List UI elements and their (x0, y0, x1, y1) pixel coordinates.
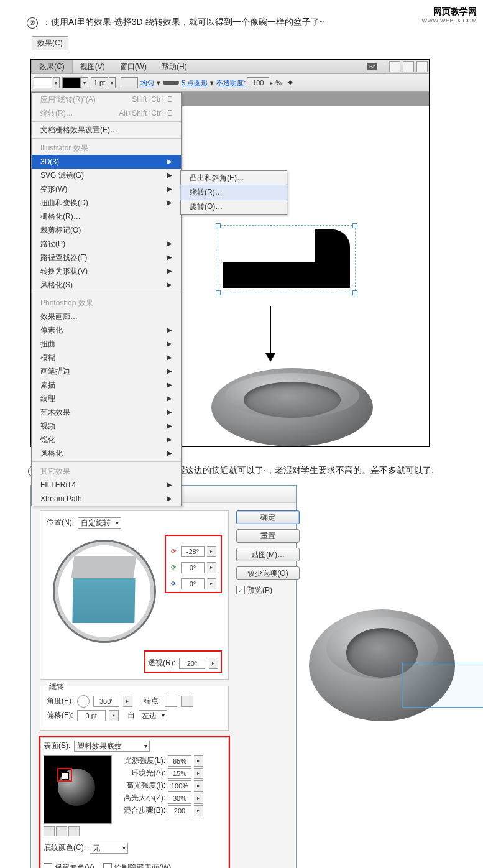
menu-texture[interactable]: 纹理▶ (32, 392, 181, 405)
menu-video[interactable]: 视频▶ (32, 419, 181, 433)
menu-crop[interactable]: 裁剪标记(O) (32, 223, 181, 237)
menu-distort-ps[interactable]: 扭曲▶ (32, 337, 181, 351)
fill-swatch[interactable] (34, 77, 52, 88)
x-step[interactable]: ▸ (207, 546, 216, 557)
toolbar-icon-1[interactable] (389, 61, 400, 72)
perspective-value[interactable]: 20° (179, 658, 205, 669)
light-preview[interactable] (44, 755, 112, 824)
menu-doc-raster[interactable]: 文档栅格效果设置(E)… (32, 123, 181, 137)
hi-value[interactable]: 100% (168, 780, 191, 792)
effect-button[interactable]: 效果(C) (32, 36, 68, 50)
uniform-link[interactable]: 均匀 (140, 78, 154, 88)
y-angle[interactable]: 0° (181, 562, 205, 573)
cap-on-icon[interactable] (165, 696, 177, 707)
watermark-en: WWW.WEBJX.COM (422, 17, 477, 24)
angle-step[interactable]: ▸ (123, 696, 132, 707)
z-step[interactable]: ▸ (207, 578, 216, 589)
angle-value[interactable]: 360° (93, 696, 119, 707)
menu-help[interactable]: 帮助(H) (154, 60, 195, 73)
bs-value[interactable]: 200 (168, 805, 191, 816)
menu-revolve[interactable]: 绕转(R)…Alt+Shift+Ctrl+E (32, 106, 181, 120)
hi-step[interactable]: ▸ (194, 780, 203, 792)
menu-warp[interactable]: 变形(W)▶ (32, 182, 181, 196)
menu-stylize-ps[interactable]: 风格化▶ (32, 446, 181, 460)
stroke-swatch[interactable] (62, 77, 81, 88)
x-angle[interactable]: -28° (181, 546, 205, 557)
draw-hidden-check[interactable]: 绘制隐藏表面(W) (103, 862, 171, 868)
menu-svg[interactable]: SVG 滤镜(G)▶ (32, 169, 181, 182)
menu-filterit[interactable]: FILTERiT4▶ (32, 478, 181, 492)
hs-step[interactable]: ▸ (194, 793, 203, 804)
brush-link[interactable]: 5 点圆形 (182, 78, 208, 88)
menu-stylize[interactable]: 风格化(S)▶ (32, 278, 181, 292)
light-back-icon[interactable] (44, 826, 55, 836)
menu-view[interactable]: 视图(V) (73, 60, 113, 73)
menu-sketch[interactable]: 素描▶ (32, 378, 181, 392)
bs-step[interactable]: ▸ (194, 805, 203, 816)
fewer-options-button[interactable]: 较少选项(O) (236, 566, 300, 580)
opacity-value[interactable]: 100 (247, 77, 269, 88)
light-delete-icon[interactable] (68, 826, 80, 836)
br-badge[interactable]: Br (367, 63, 377, 70)
reset-button[interactable]: 重置 (236, 529, 300, 543)
brush-icon[interactable] (163, 81, 179, 85)
persp-step[interactable]: ▸ (209, 658, 218, 669)
menu-3d[interactable]: 3D(3)▶ (32, 155, 181, 169)
menu-artistic[interactable]: 艺术效果▶ (32, 405, 181, 419)
toolbar-icon-2[interactable] (403, 61, 414, 72)
stroke-weight-dd[interactable]: ▾ (109, 77, 116, 88)
menu-path[interactable]: 路径(P)▶ (32, 237, 181, 251)
surface-select[interactable]: 塑料效果底纹 (74, 741, 150, 752)
amb-step[interactable]: ▸ (194, 768, 203, 779)
profile-icon[interactable] (121, 77, 138, 88)
angle-dial[interactable] (77, 695, 90, 708)
preview-check[interactable]: ✓预览(P) (236, 585, 300, 596)
z-axis-icon[interactable]: ⟳ (168, 579, 178, 589)
cap-off-icon[interactable] (181, 696, 193, 707)
rotation-cube[interactable] (47, 533, 159, 645)
y-step[interactable]: ▸ (207, 562, 216, 573)
shading-color-label: 底纹颜色(C): (44, 843, 86, 853)
offset-step[interactable]: ▸ (109, 710, 119, 721)
menu-apply-revolve[interactable]: 应用“绕转(R)”(A)Shift+Ctrl+E (32, 93, 181, 106)
stroke-weight[interactable]: 1 pt (91, 77, 108, 88)
position-select[interactable]: 自定旋转 (78, 517, 121, 529)
menu-blur[interactable]: 模糊▶ (32, 351, 181, 364)
menu-distort[interactable]: 扭曲和变换(D)▶ (32, 196, 181, 210)
menu-rasterize[interactable]: 栅格化(R)… (32, 210, 181, 223)
menu-sharpen[interactable]: 锐化▶ (32, 433, 181, 446)
menu-effect[interactable]: 效果(C) (31, 60, 73, 73)
search-icon[interactable] (416, 61, 428, 72)
shading-color-select[interactable]: 无 (90, 843, 128, 854)
submenu-rotate[interactable]: 旋转(O)… (181, 200, 287, 214)
preserve-spot-check[interactable]: 保留专色(V) (44, 862, 94, 868)
menu-brush[interactable]: 画笔描边▶ (32, 364, 181, 378)
fill-dd[interactable]: ▾ (53, 77, 60, 88)
menu-convert[interactable]: 转换为形状(V)▶ (32, 264, 181, 278)
menubar: 效果(C) 视图(V) 窗口(W) 帮助(H) Br (31, 60, 429, 74)
li-step[interactable]: ▸ (194, 755, 203, 767)
y-axis-icon[interactable]: ⟳ (168, 563, 178, 573)
light-new-icon[interactable] (56, 826, 67, 836)
menu-window[interactable]: 窗口(W) (113, 60, 154, 73)
opacity-label[interactable]: 不透明度: (216, 78, 246, 88)
wand-icon[interactable]: ✦ (287, 78, 294, 88)
z-angle[interactable]: 0° (181, 578, 205, 589)
menu-gallery[interactable]: 效果画廊… (32, 310, 181, 323)
submenu-revolve[interactable]: 绕转(R)… (180, 185, 287, 200)
li-value[interactable]: 65% (168, 755, 191, 767)
amb-value[interactable]: 15% (168, 768, 191, 779)
menu-xtream[interactable]: Xtream Path▶ (32, 492, 181, 506)
ok-button[interactable]: 确定 (236, 510, 300, 524)
offset-from-select[interactable]: 左边 (139, 710, 167, 721)
offset-value[interactable]: 0 pt (77, 710, 106, 721)
menu-pathfinder[interactable]: 路径查找器(F)▶ (32, 251, 181, 264)
submenu-extrude[interactable]: 凸出和斜角(E)… (181, 171, 287, 185)
stroke-dd[interactable]: ▾ (81, 77, 88, 88)
map-art-button[interactable]: 贴图(M)… (236, 548, 300, 561)
selection-box[interactable] (402, 663, 483, 708)
x-axis-icon[interactable]: ⟳ (168, 547, 178, 556)
profile-shape[interactable] (218, 225, 356, 293)
hs-value[interactable]: 30% (168, 793, 191, 804)
menu-pixelate[interactable]: 像素化▶ (32, 323, 181, 337)
